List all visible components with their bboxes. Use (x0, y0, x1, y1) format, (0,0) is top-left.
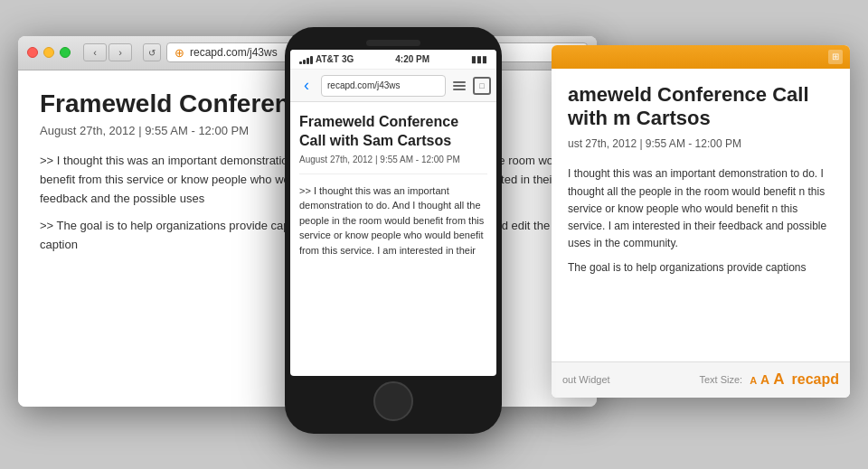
phone-menu-button[interactable] (449, 76, 469, 96)
text-size-label: Text Size: (699, 374, 742, 385)
text-size-large-button[interactable]: A (773, 371, 784, 389)
recapd-logo: recapd (792, 371, 839, 388)
widget-page-date: ust 27th, 2012 | 9:55 AM - 12:00 PM (568, 136, 834, 153)
widget-window: ⊞ ameweld Conference Call with m Cartsos… (552, 45, 850, 398)
menu-line-3 (453, 89, 466, 90)
mobile-phone: AT&T 3G 4:20 PM ▮▮▮ ‹ recapd.com/j43ws □ (285, 27, 502, 434)
text-size-buttons: A A A (750, 371, 784, 389)
reload-button[interactable]: ↺ (143, 43, 161, 61)
network-label: 3G (342, 54, 354, 64)
phone-home-button[interactable] (373, 381, 413, 421)
menu-line-2 (453, 85, 466, 87)
signal-bar-2 (303, 60, 306, 64)
widget-titlebar: ⊞ (552, 45, 850, 69)
text-size-medium-button[interactable]: A (760, 372, 769, 387)
widget-footer-right: Text Size: A A A recapd (699, 371, 839, 389)
phone-tabs-button[interactable]: □ (473, 77, 491, 95)
phone-back-button[interactable]: ‹ (296, 75, 317, 97)
phone-content: Frameweld Conference Call with Sam Carts… (290, 102, 496, 375)
widget-expand-button[interactable]: ⊞ (828, 50, 843, 64)
logo-text-start: reca (792, 371, 822, 387)
widget-page-body: I thought this was an important demonstr… (568, 165, 834, 277)
maximize-button[interactable] (60, 47, 71, 58)
logo-text-end: d (830, 371, 839, 387)
phone-url-text: recapd.com/j43ws (327, 80, 401, 90)
forward-button[interactable]: › (108, 43, 132, 61)
battery-label: ▮▮▮ (471, 54, 487, 64)
status-signal: AT&T 3G (299, 54, 354, 64)
phone-speaker (366, 40, 420, 47)
text-size-small-button[interactable]: A (750, 375, 757, 386)
widget-body-paragraph-2: The goal is to help organizations provid… (568, 259, 834, 277)
phone-page-body: >> I thought this was an important demon… (299, 183, 487, 258)
widget-footer: out Widget Text Size: A A A recapd (552, 361, 850, 398)
back-button[interactable]: ‹ (83, 43, 107, 61)
signal-bar-1 (299, 61, 302, 64)
widget-footer-left-text: out Widget (562, 374, 610, 385)
phone-browser-bar: ‹ recapd.com/j43ws □ (290, 70, 496, 102)
phone-screen: AT&T 3G 4:20 PM ▮▮▮ ‹ recapd.com/j43ws □ (290, 50, 496, 375)
scene: ‹ › ↺ ⊕ recapd.com/j43ws Frameweld Confe… (18, 27, 850, 443)
logo-highlight: p (821, 371, 830, 387)
phone-address-bar[interactable]: recapd.com/j43ws (321, 75, 446, 97)
phone-page-title: Frameweld Conference Call with Sam Carts… (299, 113, 487, 151)
address-icon: ⊕ (175, 46, 184, 60)
traffic-lights (27, 47, 71, 58)
signal-bars (299, 55, 313, 64)
signal-bar-3 (307, 58, 309, 64)
carrier-label: AT&T (316, 54, 339, 64)
phone-statusbar: AT&T 3G 4:20 PM ▮▮▮ (290, 50, 496, 70)
signal-bar-4 (310, 56, 313, 64)
time-label: 4:20 PM (395, 54, 429, 64)
url-text: recapd.com/j43ws (190, 46, 278, 59)
widget-content: ameweld Conference Call with m Cartsos u… (552, 69, 850, 361)
widget-body-paragraph-1: I thought this was an important demonstr… (568, 165, 834, 252)
menu-line-1 (453, 81, 466, 83)
minimize-button[interactable] (43, 47, 54, 58)
close-button[interactable] (27, 47, 38, 58)
widget-page-title: ameweld Conference Call with m Cartsos (568, 83, 834, 131)
phone-page-date: August 27th, 2012 | 9:55 AM - 12:00 PM (299, 155, 487, 174)
browser-nav: ‹ › (83, 43, 132, 61)
